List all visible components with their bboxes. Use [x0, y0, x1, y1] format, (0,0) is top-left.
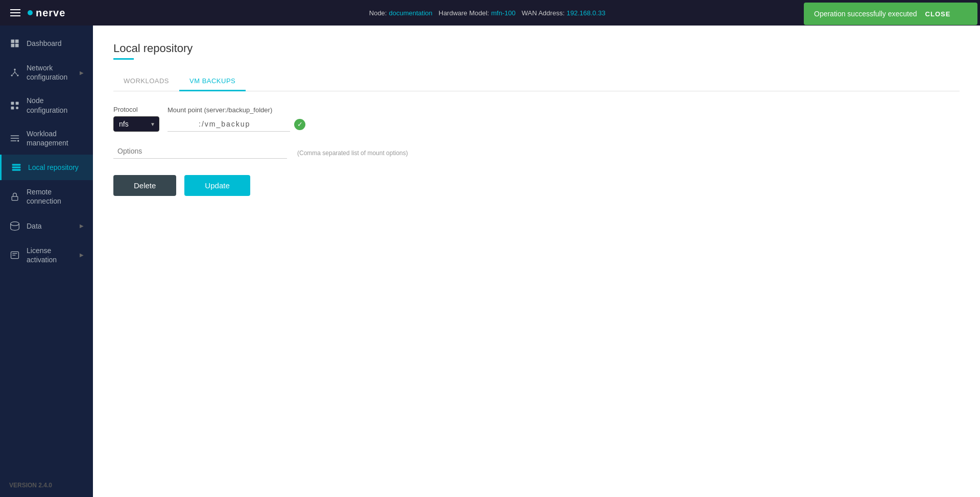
arrow-icon: ▶	[80, 70, 84, 76]
arrow-icon-license: ▶	[80, 252, 84, 258]
node-label: Node:	[369, 9, 387, 17]
page-title-underline	[113, 58, 134, 60]
hardware-label: Hardware Model:	[439, 9, 489, 17]
tab-vm-backups[interactable]: VM BACKUPS	[179, 72, 246, 91]
svg-rect-7	[12, 164, 21, 165]
arrow-icon-data: ▶	[80, 223, 84, 229]
node-value[interactable]: documentation	[389, 9, 432, 17]
tabs: WORKLOADS VM BACKUPS	[113, 72, 960, 91]
svg-rect-3	[11, 102, 14, 105]
options-row: (Comma separated list of mount options)	[113, 144, 960, 159]
sidebar-label-workload: Workload management	[27, 129, 84, 147]
svg-point-2	[17, 74, 18, 76]
main-content: Local repository WORKLOADS VM BACKUPS Pr…	[93, 26, 980, 497]
tab-workloads[interactable]: WORKLOADS	[113, 72, 179, 91]
svg-rect-5	[11, 106, 14, 109]
workload-icon	[9, 133, 20, 144]
header-left: nerve	[10, 7, 65, 19]
data-icon	[9, 220, 20, 232]
sidebar-label-license: License activation	[27, 246, 74, 264]
svg-rect-9	[12, 169, 21, 170]
protocol-label: Protocol	[113, 106, 159, 113]
sidebar-item-remote-connection[interactable]: Remote connection	[0, 180, 93, 213]
sidebar-label-dashboard: Dashboard	[27, 39, 62, 47]
mount-point-row: ✓	[168, 117, 305, 132]
layout: Dashboard Network configuration ▶ Node c…	[0, 26, 980, 497]
remote-icon	[9, 191, 20, 202]
success-toast: Operation successfully executed CLOSE	[804, 3, 977, 25]
mount-point-group: Mount point (server:/backup_folder) ✓	[168, 106, 305, 132]
sidebar-item-local-repository[interactable]: Local repository	[0, 155, 93, 180]
license-icon	[9, 250, 20, 261]
form-section: Protocol nfs cifs smb ▼ Mount point (ser…	[113, 106, 960, 196]
sidebar-item-node-configuration[interactable]: Node configuration	[0, 89, 93, 121]
btn-row: Delete Update	[113, 175, 960, 196]
sidebar-label-remote: Remote connection	[27, 187, 84, 206]
options-input[interactable]	[113, 144, 287, 159]
sidebar-label-data: Data	[27, 222, 42, 230]
mount-point-label: Mount point (server:/backup_folder)	[168, 106, 305, 114]
sidebar: Dashboard Network configuration ▶ Node c…	[0, 26, 93, 497]
protocol-select-wrapper: nfs cifs smb ▼	[113, 116, 159, 132]
wan-value[interactable]: 192.168.0.33	[567, 9, 606, 17]
toast-message: Operation successfully executed	[814, 10, 917, 18]
update-button[interactable]: Update	[184, 175, 250, 196]
header-center: Node: documentation Hardware Model: mfn-…	[65, 9, 909, 17]
logo-dot	[28, 10, 33, 15]
svg-rect-8	[12, 166, 21, 168]
svg-rect-10	[12, 196, 18, 201]
toast-close-button[interactable]: CLOSE	[925, 10, 951, 18]
sidebar-label-network: Network configuration	[27, 63, 74, 82]
options-group	[113, 144, 287, 159]
svg-point-6	[17, 140, 19, 141]
repository-icon	[11, 162, 22, 173]
hamburger-menu[interactable]	[10, 9, 20, 16]
sidebar-item-network-configuration[interactable]: Network configuration ▶	[0, 56, 93, 89]
sidebar-label-node: Node configuration	[27, 96, 84, 114]
sidebar-version: VERSION 2.4.0	[0, 474, 93, 497]
sidebar-label-local-repo: Local repository	[28, 163, 79, 171]
sidebar-item-data[interactable]: Data ▶	[0, 213, 93, 239]
dashboard-icon	[9, 38, 20, 49]
wan-label: WAN Address:	[521, 9, 564, 17]
hardware-value[interactable]: mfn-100	[491, 9, 516, 17]
delete-button[interactable]: Delete	[113, 175, 176, 196]
svg-rect-4	[16, 102, 19, 105]
form-row-protocol-mount: Protocol nfs cifs smb ▼ Mount point (ser…	[113, 106, 960, 132]
options-hint: (Comma separated list of mount options)	[297, 150, 408, 157]
network-icon	[9, 67, 20, 78]
sidebar-item-dashboard[interactable]: Dashboard	[0, 31, 93, 56]
page-title: Local repository	[113, 42, 960, 55]
mount-point-input[interactable]	[168, 117, 290, 132]
svg-point-0	[14, 69, 15, 70]
check-icon: ✓	[294, 119, 305, 130]
logo-text: nerve	[36, 7, 65, 19]
protocol-group: Protocol nfs cifs smb ▼	[113, 106, 159, 132]
sidebar-item-license[interactable]: License activation ▶	[0, 239, 93, 271]
protocol-select[interactable]: nfs cifs smb	[113, 116, 159, 132]
svg-point-1	[11, 74, 13, 76]
logo: nerve	[28, 7, 65, 19]
sidebar-item-workload-management[interactable]: Workload management	[0, 122, 93, 155]
node-icon	[9, 100, 20, 111]
